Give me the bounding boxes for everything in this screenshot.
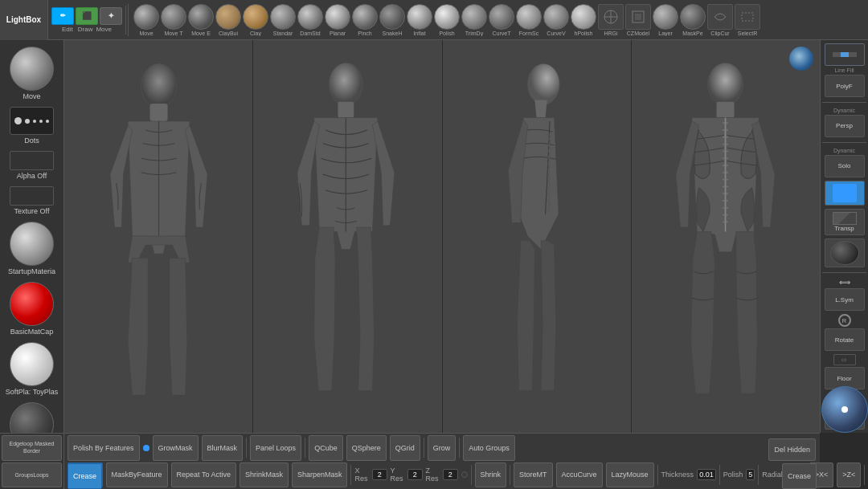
viewport-figure-4[interactable] xyxy=(632,40,820,433)
brush-claybuild[interactable]: ClayBui xyxy=(215,4,241,36)
x-res-input[interactable]: 2 xyxy=(372,469,387,480)
brush-movet[interactable]: Move T xyxy=(161,4,186,36)
color-button[interactable] xyxy=(825,181,865,206)
polyf-button[interactable]: PolyF xyxy=(825,75,865,97)
thickness-input[interactable]: 0.01 xyxy=(697,469,716,480)
nav-sphere[interactable] xyxy=(821,386,868,433)
viewport-figure-3[interactable] xyxy=(443,40,632,433)
lightbox-button[interactable]: LightBox xyxy=(0,0,48,40)
viewport-figure-1[interactable] xyxy=(64,40,253,433)
sharpen-mask-button[interactable]: SharpenMask xyxy=(292,463,348,488)
accucurve-button[interactable]: AccuCurve xyxy=(556,463,603,488)
brush-clipcurve[interactable]: ClipCur xyxy=(707,4,733,36)
sidebar-startup-material[interactable]: StartupMateria xyxy=(3,222,60,275)
brush-movee[interactable]: Move E xyxy=(188,4,214,36)
rotate-button[interactable]: Rotate xyxy=(825,328,865,351)
edit-button[interactable]: ✏ xyxy=(51,7,74,25)
floor-section: ▭ Floor xyxy=(822,354,866,389)
divider xyxy=(822,142,866,143)
blur-mask-button[interactable]: BlurMask xyxy=(202,435,244,461)
y-res-input[interactable]: 2 xyxy=(407,469,423,480)
crease-right-label[interactable]: Crease xyxy=(779,463,820,489)
brush-curvev[interactable]: CurveV xyxy=(543,4,569,36)
viewport-figure-2[interactable] xyxy=(253,40,442,433)
brush-trimdynamic[interactable]: TrimDy xyxy=(461,4,487,36)
draw-button[interactable]: ⬛ xyxy=(76,7,98,25)
main-viewport[interactable] xyxy=(64,40,820,433)
polish-by-features-button[interactable]: Polish By Features xyxy=(68,435,140,461)
sidebar-move[interactable]: Move xyxy=(3,47,60,100)
shrink-mask-button[interactable]: ShrinkMask xyxy=(240,463,289,488)
qcube-button[interactable]: QCube xyxy=(309,435,343,461)
separator xyxy=(719,465,720,485)
transp-button[interactable]: Transp xyxy=(825,209,865,234)
brush-layer[interactable]: Layer xyxy=(653,4,678,36)
svg-rect-4 xyxy=(635,14,641,20)
brush-list: Move Move T Move E ClayBui Clay Standar xyxy=(130,4,868,36)
sidebar-texture[interactable]: Texture Off xyxy=(3,186,60,215)
brush-clay[interactable]: Clay xyxy=(243,4,268,36)
x-res-group: X Res 2 xyxy=(354,467,387,483)
z-res-input[interactable]: 2 xyxy=(443,469,458,480)
polish-input[interactable]: 5 xyxy=(746,469,755,480)
brush-standard[interactable]: Standar xyxy=(270,4,296,36)
dot xyxy=(25,119,30,124)
panel-loops-button[interactable]: Panel Loops xyxy=(250,435,301,461)
brush-selectrect[interactable]: SelectR xyxy=(735,4,760,36)
brush-czmodel[interactable]: CZModel xyxy=(625,4,651,36)
brush-maskpen[interactable]: MaskPe xyxy=(680,4,706,36)
auto-groups-button[interactable]: Auto Groups xyxy=(463,435,515,461)
nav-sphere-container xyxy=(821,386,868,433)
crease-right-button[interactable]: Crease xyxy=(782,463,817,489)
brush-pinch[interactable]: Pinch xyxy=(352,4,378,36)
move-tool-button[interactable]: ✦ xyxy=(100,7,122,25)
grow-mask-button[interactable]: GrowMask xyxy=(153,435,199,461)
canvas-area[interactable] xyxy=(64,40,820,433)
brush-curvet[interactable]: CurveT xyxy=(489,4,514,36)
qgrid-button[interactable]: QGrid xyxy=(390,435,420,461)
brush-inflate[interactable]: Inflat xyxy=(407,4,432,36)
sidebar-skinshadow[interactable]: SkinSh: Flat Co xyxy=(3,402,60,433)
brush-formsoft[interactable]: FormSc xyxy=(516,4,542,36)
groups-loops-button[interactable]: GroupsLoops xyxy=(2,463,62,488)
lazymouse-button[interactable]: LazyMouse xyxy=(606,463,654,488)
canvas-inner xyxy=(64,40,820,433)
separator xyxy=(471,465,472,485)
svg-point-13 xyxy=(708,63,743,106)
crease-left-label[interactable]: Crease xyxy=(64,463,105,489)
brush-move[interactable]: Move xyxy=(133,4,159,36)
svg-rect-17 xyxy=(841,52,849,57)
z-symmetry-button[interactable]: >Z< xyxy=(837,463,861,488)
brush-damstd[interactable]: DamStd xyxy=(297,4,323,36)
persp-button[interactable]: Persp xyxy=(825,115,865,137)
left-sidebar: Move Dots Alpha Off Texture Off StartupM… xyxy=(0,40,64,433)
sidebar-basicmatcap[interactable]: BasicMatCap xyxy=(3,282,60,336)
store-mt-button[interactable]: StoreMT xyxy=(514,463,553,488)
brush-planar[interactable]: Planar xyxy=(325,4,350,36)
qsphere-button[interactable]: QSphere xyxy=(346,435,387,461)
sidebar-alpha[interactable]: Alpha Off xyxy=(3,151,60,180)
dynamic-persp-section: Dynamic Persp xyxy=(822,108,866,137)
del-hidden-button[interactable]: Del Hidden xyxy=(768,438,816,461)
sidebar-dots[interactable]: Dots xyxy=(3,107,60,145)
crease-left-button[interactable]: Crease xyxy=(68,463,102,489)
solo-button[interactable]: Solo xyxy=(825,155,865,177)
svg-point-6 xyxy=(141,64,176,108)
lsym-button[interactable]: L.Sym xyxy=(825,288,865,311)
edgeloop-button[interactable]: Edgeloop Masked Border xyxy=(2,435,62,461)
brush-hpolish[interactable]: hPolish xyxy=(571,4,596,36)
svg-rect-10 xyxy=(338,102,354,118)
brush-polish[interactable]: Polish xyxy=(434,4,460,36)
line-fill-button[interactable] xyxy=(825,43,865,66)
sidebar-softplay[interactable]: SoftPla: ToyPlas xyxy=(3,342,60,396)
mask-by-feature-button[interactable]: MaskByFeature xyxy=(106,463,168,488)
svg-rect-7 xyxy=(149,104,167,121)
svg-rect-14 xyxy=(717,102,735,118)
shrink-button[interactable]: Shrink xyxy=(475,463,507,488)
brush-hrgi[interactable]: HRGi xyxy=(598,4,624,36)
repeat-to-active-button[interactable]: Repeat To Active xyxy=(171,463,236,488)
brush-snakehook[interactable]: SnakeH xyxy=(379,4,405,36)
material-sphere-button[interactable] xyxy=(825,238,865,267)
grow-button[interactable]: Grow xyxy=(428,435,457,461)
z-res-group: Z Res 2 xyxy=(426,467,458,483)
